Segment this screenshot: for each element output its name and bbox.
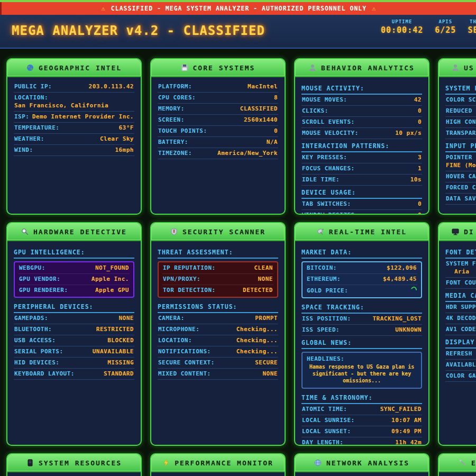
row-label: BITCOIN: <box>307 264 337 271</box>
person-icon <box>452 64 459 71</box>
data-row: COLOR GAM <box>445 371 476 382</box>
panel-tools: E <box>438 453 476 476</box>
floppy-icon <box>181 64 188 71</box>
shield-icon <box>170 228 178 235</box>
data-box: BITCOIN:$122,096ETHEREUM:$4,489.45GOLD P… <box>301 261 422 298</box>
row-label: CLICKS: <box>302 107 328 114</box>
row-value: Apple Inc. <box>91 276 129 282</box>
row-value: 0 <box>418 107 422 114</box>
data-box: WEBGPU:NOT_FOUNDGPU VENDOR:Apple Inc.GPU… <box>14 261 134 298</box>
data-row: TRANSPARE <box>445 128 476 139</box>
panel-header: US <box>439 59 476 77</box>
panel-title: BEHAVIOR ANALYTICS <box>321 64 415 72</box>
panel-behavior-analytics: BEHAVIOR ANALYTICS MOUSE ACTIVITY:MOUSE … <box>294 58 429 215</box>
section-header: INPUT PR <box>445 140 476 152</box>
satellite-icon <box>317 228 324 235</box>
row-value: Checking... <box>236 337 278 344</box>
panel-header: SECURITY SCANNER <box>151 223 285 241</box>
data-row: 4K DECODE <box>445 313 476 324</box>
row-value: San Francisco, California <box>14 101 134 109</box>
data-row: GPU VENDOR:Apple Inc. <box>19 274 130 285</box>
row-value: 10 px/s <box>395 130 422 136</box>
row-label: HIGH CONT <box>446 118 476 125</box>
data-row: IDLE TIME:10s <box>301 175 422 186</box>
row-label: MEMORY: <box>158 105 185 112</box>
row-label: GAMEPADS: <box>14 315 48 322</box>
panel-body: FONT DETSYSTEM FOAriaFONT COUNMEDIA CAHD… <box>439 241 476 445</box>
data-row: WINDOW RESIZES:0 <box>301 210 422 214</box>
data-row: REFRESH R <box>445 349 476 360</box>
panel-body: MARKET DATA:BITCOIN:$122,096ETHEREUM:$4,… <box>295 241 428 445</box>
panel-header: REAL-TIME INTEL <box>295 223 428 241</box>
panel-body <box>7 472 141 476</box>
panel-network-analysis: NETWORK ANALYSIS <box>294 453 429 476</box>
panel-body <box>439 472 476 476</box>
data-row: MOUSE VELOCITY:10 px/s <box>301 128 422 139</box>
row-value: 203.0.113.42 <box>89 83 134 90</box>
row-value: 2560x1440 <box>244 116 278 123</box>
section-header: DISPLAY <box>445 336 476 349</box>
news-box: HEADLINES:Hamas response to US Gaza plan… <box>301 352 422 389</box>
data-row: VPN/PROXY:NONE <box>162 274 273 285</box>
row-label: CAMERA: <box>158 315 185 322</box>
data-row: DATA SAVE <box>445 194 476 205</box>
row-value: NONE <box>258 276 273 282</box>
row-label: COLOR GAM <box>446 372 476 379</box>
data-row: CAMERA:PROMPT <box>158 313 278 324</box>
section-header: FONT DET <box>445 246 476 259</box>
row-label: GPU VENDOR: <box>19 276 60 282</box>
panel-body: GPU INTELLIGENCE:WEBGPU:NOT_FOUNDGPU VEN… <box>7 241 141 445</box>
data-row: LOCAL SUNRISE:10:07 AM <box>301 415 422 426</box>
panel-body: THREAT ASSESSMENT:IP REPUTATION:CLEANVPN… <box>151 241 285 445</box>
row-value: 0 <box>274 127 278 134</box>
panel-grid: GEOGRAPHIC INTEL PUBLIC IP:203.0.113.42L… <box>6 58 476 476</box>
row-label: SCREEN: <box>158 116 185 123</box>
data-row: FOCUS CHANGES:1 <box>301 163 422 175</box>
row-label: MIXED CONTENT: <box>158 370 211 377</box>
row-value: FINE (Mou <box>446 161 476 169</box>
row-value: NONE <box>263 370 278 377</box>
row-label: FONT COUN <box>446 279 476 286</box>
data-row: BATTERY:N/A <box>158 137 278 148</box>
panel-title: SYSTEM RESOURCES <box>39 459 122 467</box>
data-row: ISS POSITION:TRACKING_LOST <box>301 314 422 325</box>
row-label: TOR DETECTION: <box>163 287 216 294</box>
stat-value: 00:00:42 <box>381 25 423 35</box>
row-value: 09:49 PM <box>391 428 422 435</box>
panel-header: NETWORK ANALYSIS <box>295 454 428 472</box>
panel-body: PLATFORM:MacIntelCPU CORES:8MEMORY:CLASS… <box>151 77 285 214</box>
panel-header: CORE SYSTEMS <box>151 59 285 77</box>
row-value: 10s <box>410 176 422 183</box>
row-value: Checking... <box>236 326 278 333</box>
data-row: GOLD PRICE: <box>306 285 417 296</box>
row-value: 1 <box>418 165 422 172</box>
data-row: CPU CORES:8 <box>158 93 278 104</box>
data-row: ISP:Demo Internet Provider Inc. <box>14 112 134 123</box>
data-row: IP REPUTATION:CLEAN <box>162 263 273 274</box>
panel-title: REAL-TIME INTEL <box>329 228 407 236</box>
row-label: WIND: <box>14 147 33 153</box>
row-label: CPU CORES: <box>158 94 196 101</box>
panel-title: CORE SYSTEMS <box>193 64 255 72</box>
row-label: WEBGPU: <box>19 264 45 271</box>
panel-title: PERFORMANCE MONITOR <box>175 459 273 467</box>
row-label: AV1 CODEC <box>446 326 476 333</box>
data-row: HDR SUPPO <box>445 302 476 313</box>
data-row: WEBGPU:NOT_FOUND <box>19 263 130 274</box>
data-row: TOR DETECTION:DETECTED <box>162 285 273 296</box>
row-label: POINTER T <box>446 154 476 161</box>
data-row: LOCAL SUNSET:09:49 PM <box>301 426 422 437</box>
row-label: LOCAL SUNSET: <box>302 428 351 435</box>
row-value: Checking... <box>236 348 278 355</box>
data-row: KEYBOARD LAYOUT:STANDARD <box>14 369 134 380</box>
data-row: MEMORY:CLASSIFIED <box>158 104 278 115</box>
magnifier-icon <box>21 228 29 235</box>
header-stats: UPTIME 00:00:42 APIS 6/25 TH SE <box>381 19 476 35</box>
data-row: SECURE CONTEXT:SECURE <box>158 358 278 369</box>
data-row: DAY LENGTH:11h 42m <box>301 437 422 445</box>
panel-hardware-detective: HARDWARE DETECTIVE GPU INTELLIGENCE:WEBG… <box>6 222 142 446</box>
panel-user-preferences: US SYSTEM PCOLOR SCHREDUCED MHIGH CONTTR… <box>438 58 476 215</box>
data-row: PLATFORM:MacIntel <box>158 81 278 93</box>
panel-header: BEHAVIOR ANALYTICS <box>295 59 428 77</box>
row-label: BLUETOOTH: <box>14 326 52 333</box>
